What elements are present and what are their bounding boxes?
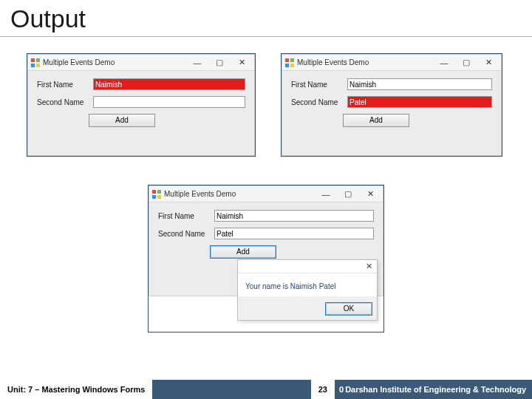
winforms-app-icon — [152, 190, 161, 199]
second-name-label: Second Name — [158, 230, 210, 238]
window-2: Multiple Events Demo — ▢ ✕ First Name Na… — [282, 54, 502, 156]
first-name-label: First Name — [158, 212, 210, 220]
titlebar: Multiple Events Demo — ▢ ✕ — [149, 186, 383, 202]
screenshot-3: Multiple Events Demo — ▢ ✕ First Name Na… — [148, 185, 384, 332]
window-title: Multiple Events Demo — [297, 58, 432, 66]
slide-footer: Unit: 7 – Mastering Windows Forms 23 0 D… — [0, 380, 532, 399]
messagebox-text: Your name is Naimish Patel — [238, 273, 377, 296]
first-name-row: First Name Naimish — [291, 78, 492, 90]
second-name-label: Second Name — [291, 98, 343, 106]
titlebar: Multiple Events Demo — ▢ ✕ — [28, 55, 254, 71]
footer-page-number: 23 — [311, 380, 335, 399]
footer-org: Darshan Institute of Engineering & Techn… — [345, 385, 526, 394]
maximize-button[interactable]: ▢ — [210, 58, 229, 67]
footer-unit: Unit: 7 – Mastering Windows Forms — [0, 380, 152, 399]
screenshot-2: Multiple Events Demo — ▢ ✕ First Name Na… — [281, 53, 502, 157]
ok-button[interactable]: OK — [325, 302, 372, 316]
winforms-app-icon — [31, 58, 40, 67]
second-name-input[interactable]: Patel — [347, 96, 492, 108]
close-button[interactable]: ✕ — [479, 58, 498, 67]
first-name-input[interactable]: Naimish — [214, 210, 374, 222]
messagebox-titlebar: ✕ — [238, 260, 377, 273]
screenshots-area: Multiple Events Demo — ▢ ✕ First Name Na… — [0, 37, 532, 362]
titlebar: Multiple Events Demo — ▢ ✕ — [282, 55, 501, 71]
messagebox: ✕ Your name is Naimish Patel OK — [237, 259, 378, 321]
second-name-row: Second Name — [37, 96, 245, 108]
second-name-row: Second Name Patel — [291, 96, 492, 108]
window-1: Multiple Events Demo — ▢ ✕ First Name Na… — [27, 54, 255, 156]
footer-zero: 0 — [339, 385, 344, 394]
screenshot-1: Multiple Events Demo — ▢ ✕ First Name Na… — [27, 53, 256, 157]
slide-title: Output — [0, 0, 532, 37]
add-button[interactable]: Add — [343, 114, 409, 127]
close-icon[interactable]: ✕ — [366, 262, 372, 271]
first-name-row: First Name Naimish — [158, 210, 374, 222]
maximize-button[interactable]: ▢ — [457, 58, 476, 67]
second-name-input[interactable] — [93, 96, 245, 108]
first-name-input[interactable]: Naimish — [347, 78, 492, 90]
minimize-button[interactable]: — — [188, 58, 207, 67]
close-button[interactable]: ✕ — [361, 189, 380, 199]
window-title: Multiple Events Demo — [164, 190, 313, 198]
second-name-label: Second Name — [37, 98, 89, 106]
maximize-button[interactable]: ▢ — [338, 189, 358, 199]
minimize-button[interactable]: — — [434, 58, 454, 67]
first-name-input[interactable]: Naimish — [93, 78, 245, 90]
messagebox-footer: OK — [238, 296, 377, 320]
first-name-label: First Name — [291, 81, 343, 89]
minimize-button[interactable]: — — [316, 190, 335, 199]
add-button[interactable]: Add — [210, 245, 276, 259]
close-button[interactable]: ✕ — [232, 58, 251, 67]
form-body: First Name Naimish Second Name Patel Add — [282, 71, 501, 155]
winforms-app-icon — [285, 58, 294, 67]
second-name-input[interactable]: Patel — [214, 228, 374, 239]
first-name-label: First Name — [37, 81, 89, 89]
window-title: Multiple Events Demo — [43, 58, 185, 66]
add-button[interactable]: Add — [89, 114, 155, 127]
first-name-row: First Name Naimish — [37, 78, 245, 90]
form-body: First Name Naimish Second Name Add — [28, 71, 254, 155]
second-name-row: Second Name Patel — [158, 228, 374, 239]
